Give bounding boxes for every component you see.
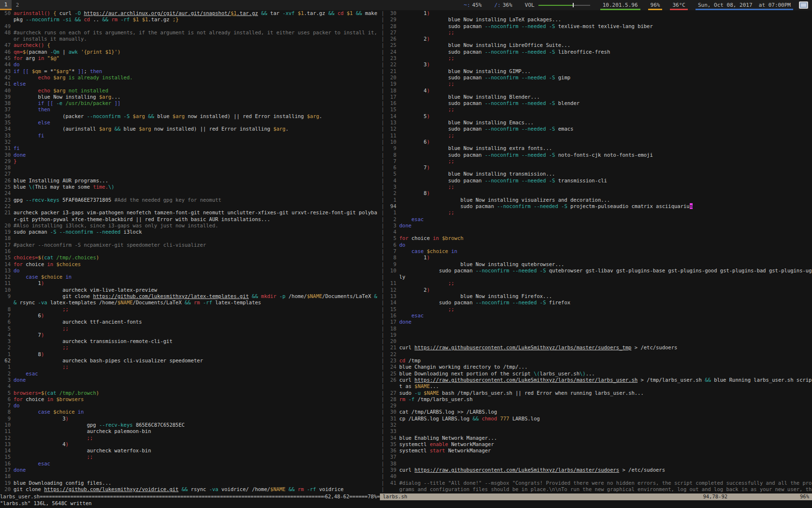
code-line[interactable]: 28rm -f /tmp/larbs_user.sh — [386, 396, 812, 403]
code-line[interactable]: 15choices=$(cat /tmp/.choices) — [0, 254, 380, 261]
code-line[interactable]: 4 7) — [0, 332, 380, 338]
code-line[interactable]: 36systemctl start NetworkManager — [386, 448, 812, 454]
code-line[interactable]: 23cd /tmp — [386, 358, 812, 364]
code-line[interactable]: 30 1) — [386, 10, 812, 16]
code-line[interactable]: 18 4) — [386, 88, 812, 94]
code-line[interactable]: 23 ;; — [386, 55, 812, 61]
code-line[interactable]: 6 7) — [386, 164, 812, 171]
code-line[interactable]: 20#Also installing i3lock, since i3-gaps… — [0, 223, 380, 229]
code-line[interactable]: 16 — [0, 248, 380, 254]
code-line[interactable]: 11 ;; — [386, 280, 812, 286]
code-line[interactable]: 15 ;; — [386, 106, 812, 113]
code-line[interactable]: 10 sudo pacman --noconfirm --needed -S q… — [386, 268, 812, 281]
code-line[interactable]: 38 if [[ -e /usr/bin/packer ]] — [0, 100, 380, 106]
code-line[interactable]: 26curl https://raw.githubusercontent.com… — [386, 377, 812, 390]
code-line[interactable]: 19sudo pacman -S --noconfirm --needed i3… — [0, 229, 380, 235]
code-line[interactable]: 94 sudo pacman --noconfirm --needed -S p… — [386, 203, 812, 209]
code-line[interactable]: 20git clone https://github.com/lukesmith… — [0, 486, 380, 493]
code-line[interactable]: 30cat /tmp/LARBS.log >> /LARBS.log — [386, 409, 812, 415]
code-line[interactable]: 3 ;; — [386, 184, 812, 190]
code-line[interactable]: 44do — [0, 61, 380, 68]
code-line[interactable]: 29 — [386, 403, 812, 409]
code-line[interactable]: 24 sudo pacman --noconfirm --needed -S l… — [386, 49, 812, 55]
code-line[interactable]: 2 ;; — [0, 344, 380, 351]
code-line[interactable]: 62 aurcheck bash-pipes cli-visualizer sp… — [0, 358, 380, 364]
code-line[interactable]: 28 — [0, 164, 380, 171]
code-line[interactable]: 7 case $choice in — [386, 248, 812, 254]
code-line[interactable]: 6do — [386, 242, 812, 248]
code-line[interactable]: 29 blue Now installing LaTeX packages... — [386, 16, 812, 23]
code-line[interactable]: 43if [[ $qm = *"$arg"* ]]; then — [0, 68, 380, 75]
code-line[interactable]: 19 — [386, 332, 812, 338]
code-line[interactable]: 33 fi — [0, 133, 380, 139]
code-line[interactable]: 16 esac — [386, 313, 812, 319]
code-line[interactable]: 21aurcheck packer i3-gaps vim-pathogen n… — [0, 209, 380, 223]
code-line[interactable]: 47aurcheck() { — [0, 42, 380, 48]
code-line[interactable]: 34blue Enabling Network Manager... — [386, 435, 812, 441]
code-line[interactable]: 5for choice in $browch — [386, 235, 812, 241]
code-line[interactable]: 18 — [0, 473, 380, 479]
code-line[interactable]: 13do — [0, 268, 380, 274]
code-line[interactable]: 1 ;; — [0, 364, 380, 370]
code-line[interactable]: 13 blue Now installing Emacs... — [386, 120, 812, 126]
code-line[interactable]: 41else — [0, 81, 380, 87]
code-line[interactable]: 48#aurcheck runs on each of its argument… — [0, 30, 380, 43]
volume-module[interactable]: VOL — [525, 0, 590, 10]
code-line[interactable]: 6for choice in $browsers — [0, 396, 380, 403]
code-line[interactable]: 31fi — [0, 145, 380, 151]
code-line[interactable]: 5 blue Now installing transmission... — [386, 171, 812, 177]
code-line[interactable]: 50aurinstall() { curl -O https://aur.arc… — [0, 10, 380, 23]
code-line[interactable]: 8 ;; — [0, 306, 380, 313]
code-line[interactable]: 7 ;; — [386, 158, 812, 164]
code-line[interactable]: 28 sudo pacman --noconfirm --needed -S t… — [386, 23, 812, 30]
code-line[interactable]: 24blue Changin working directory to /tmp… — [386, 364, 812, 370]
code-line[interactable]: 2 8) — [386, 190, 812, 196]
code-line[interactable]: 37 then — [0, 106, 380, 113]
code-line[interactable]: 17 blue Now installing Blender... — [386, 94, 812, 100]
code-line[interactable]: 36 (packer --noconfirm -S $arg && blue $… — [0, 113, 380, 120]
code-line[interactable]: 32 — [0, 139, 380, 145]
code-line[interactable]: 8 case $choice in — [0, 409, 380, 415]
code-line[interactable]: 1 8) — [0, 351, 380, 358]
code-line[interactable]: 14for choice in $choices — [0, 261, 380, 268]
code-line[interactable]: 18 — [0, 235, 380, 241]
code-line[interactable]: 3 aurcheck transmission-remote-cli-git — [0, 338, 380, 344]
code-line[interactable]: 40 echo $arg not installed — [0, 88, 380, 94]
code-line[interactable]: 9 blue Now installing qutebrowser... — [386, 261, 812, 268]
code-line[interactable]: 8 sudo pacman --noconfirm --needed -S no… — [386, 152, 812, 158]
code-line[interactable]: 2 esac — [386, 216, 812, 223]
code-line[interactable]: 33 — [386, 428, 812, 434]
code-line[interactable]: 25blue Downloading next portion of the s… — [386, 371, 812, 377]
code-line[interactable]: 37 — [386, 454, 812, 460]
code-line[interactable]: 11 1) — [0, 280, 380, 286]
code-line[interactable]: 7 6) — [0, 313, 380, 319]
code-line[interactable]: 8 1) — [386, 254, 812, 261]
code-line[interactable]: 16 esac — [0, 461, 380, 467]
code-line[interactable]: 16 sudo pacman --noconfirm --needed -S b… — [386, 100, 812, 106]
code-line[interactable]: 21 blue Now installing GIMP... — [386, 68, 812, 75]
code-line[interactable]: 14 5) — [386, 113, 812, 120]
code-line[interactable]: 27 — [0, 171, 380, 177]
code-line[interactable]: 23gpg --recv-keys 5FAF0A6EE7371805 #Add … — [0, 197, 380, 203]
code-line[interactable]: 14 aurcheck waterfox-bin — [0, 448, 380, 454]
code-line[interactable]: 5 ;; — [0, 326, 380, 332]
code-line[interactable]: 11 aurcheck palemoon-bin — [0, 428, 380, 434]
code-line[interactable]: 39 blue Now installing $arg... — [0, 94, 380, 100]
code-line[interactable]: 17done — [386, 319, 812, 325]
code-line[interactable]: 25blue \(This may take some time.\) — [0, 184, 380, 190]
code-line[interactable]: 29} — [0, 158, 380, 164]
code-line[interactable]: 18 — [386, 326, 812, 332]
workspace-button-1[interactable]: 1 — [0, 0, 12, 10]
code-line[interactable]: 12 case $choice in — [0, 274, 380, 280]
code-line[interactable]: 21curl https://raw.githubusercontent.com… — [386, 344, 812, 351]
code-line[interactable]: 20 sudo pacman --noconfirm --needed -S g… — [386, 75, 812, 81]
code-line[interactable]: 1 ;; — [386, 209, 812, 216]
code-line[interactable]: 11 ;; — [386, 133, 812, 139]
code-line[interactable]: 9 blue Now installing extra fonts... — [386, 145, 812, 151]
code-line[interactable]: 5browsers=$(cat /tmp/.browch) — [0, 390, 380, 396]
code-line[interactable]: 7do — [0, 403, 380, 409]
code-line[interactable]: 12 ;; — [0, 435, 380, 441]
code-line[interactable]: 39curl https://raw.githubusercontent.com… — [386, 467, 812, 473]
code-line[interactable]: 41#dialog --title "All done!" --msgbox "… — [386, 480, 812, 493]
vim-pane-larbs-sh[interactable]: 30 1)29 blue Now installing LaTeX packag… — [386, 10, 812, 493]
